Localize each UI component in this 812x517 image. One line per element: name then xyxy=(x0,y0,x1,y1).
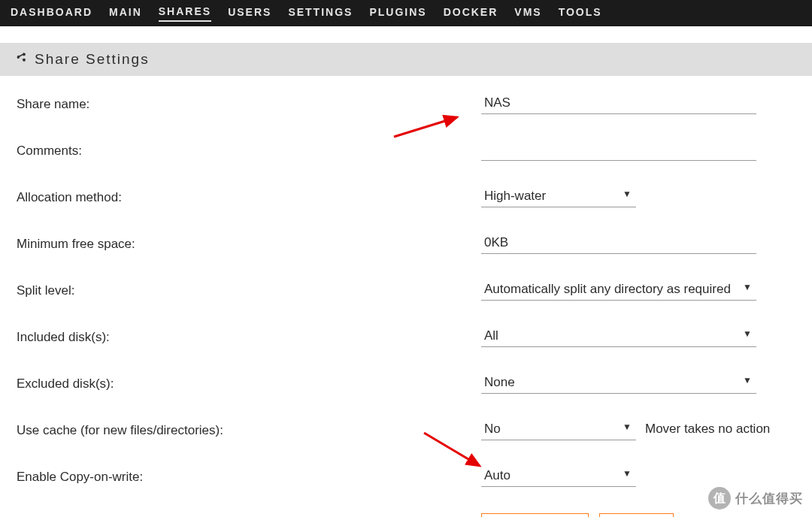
min-free-space-label: Minimum free space: xyxy=(17,234,481,252)
nav-tools[interactable]: TOOLS xyxy=(559,6,602,21)
nav-docker[interactable]: DOCKER xyxy=(444,6,498,21)
nav-shares[interactable]: SHARES xyxy=(159,5,211,22)
section-title: Share Settings xyxy=(35,51,150,68)
split-level-label: Split level: xyxy=(17,280,481,298)
copy-on-write-select[interactable]: Auto xyxy=(481,467,636,487)
add-share-button[interactable]: ADD SHARE xyxy=(481,513,589,517)
share-name-label: Share name: xyxy=(17,94,481,112)
excluded-disks-label: Excluded disk(s): xyxy=(17,373,481,392)
split-level-select[interactable]: Automatically split any directory as req… xyxy=(481,280,756,301)
share-name-input[interactable] xyxy=(481,94,756,114)
share-icon xyxy=(15,52,27,68)
watermark-text: 什么值得买 xyxy=(735,490,803,507)
copy-on-write-label: Enable Copy-on-write: xyxy=(17,467,481,485)
allocation-method-select[interactable]: High-water xyxy=(481,187,636,207)
nav-users[interactable]: USERS xyxy=(228,6,271,21)
top-nav: DASHBOARD MAIN SHARES USERS SETTINGS PLU… xyxy=(0,0,812,26)
watermark-badge: 值 xyxy=(708,487,731,509)
use-cache-select[interactable]: No xyxy=(481,420,636,440)
reset-button[interactable]: RESET xyxy=(599,513,674,517)
section-header: Share Settings xyxy=(0,43,812,76)
min-free-space-input[interactable] xyxy=(481,234,756,254)
allocation-method-label: Allocation method: xyxy=(17,187,481,205)
comments-label: Comments: xyxy=(17,141,481,159)
included-disks-select[interactable]: All xyxy=(481,327,756,347)
included-disks-label: Included disk(s): xyxy=(17,327,481,345)
nav-settings[interactable]: SETTINGS xyxy=(288,6,353,21)
nav-plugins[interactable]: PLUGINS xyxy=(369,6,426,21)
nav-dashboard[interactable]: DASHBOARD xyxy=(11,6,92,21)
nav-main[interactable]: MAIN xyxy=(109,6,142,21)
nav-vms[interactable]: VMS xyxy=(514,6,541,21)
excluded-disks-select[interactable]: None xyxy=(481,373,756,394)
comments-input[interactable] xyxy=(481,141,756,161)
watermark: 值 什么值得买 xyxy=(708,487,803,509)
use-cache-note: Mover takes no action xyxy=(645,420,770,437)
use-cache-label: Use cache (for new files/directories): xyxy=(17,420,481,438)
share-settings-form: Share name: Comments: Allocation method:… xyxy=(0,76,812,517)
